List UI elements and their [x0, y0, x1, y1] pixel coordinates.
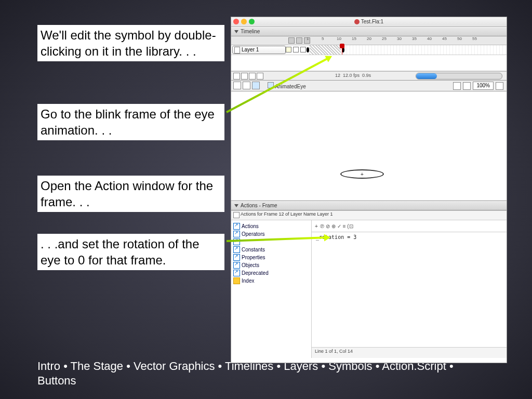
category-icon: [233, 246, 240, 253]
delete-layer-icon[interactable]: [257, 73, 263, 79]
tree-item: Constants: [232, 246, 310, 254]
category-icon: [233, 254, 240, 261]
actions-panel-header[interactable]: Actions - Frame: [231, 201, 507, 210]
tree-item: Operators: [232, 230, 310, 238]
window-titlebar: Test.Fla:1: [231, 17, 507, 27]
eye-column-icon[interactable]: [288, 37, 295, 44]
category-icon: [233, 223, 240, 230]
instruction-para-1: We'll edit the symbol by double-clicking…: [37, 25, 224, 61]
timeline-status-bar: 12 12.0 fps 0.9s: [231, 71, 507, 81]
actions-panel-title: Actions - Frame: [241, 202, 277, 210]
zoom-icon[interactable]: [249, 19, 255, 24]
disclosure-triangle-icon[interactable]: [234, 204, 238, 207]
edit-scene-icon[interactable]: [453, 82, 461, 90]
actions-script-pane[interactable]: + ℗ ⊘ ⊕ ✓ ≡ (⊡ _rotation = 3 Line 1 of 1…: [312, 220, 507, 358]
document-icon: [354, 19, 360, 24]
zoom-field[interactable]: 100%: [473, 82, 494, 90]
lock-column-icon[interactable]: [296, 37, 302, 44]
traffic-lights[interactable]: [233, 19, 255, 24]
visibility-dot-icon[interactable]: [293, 47, 299, 52]
disclosure-triangle-icon[interactable]: [234, 30, 238, 33]
edit-symbol-icon[interactable]: [463, 82, 471, 90]
instruction-para-2: Go to the blink frame of the eye animati…: [37, 104, 224, 140]
script-status: Line 1 of 1, Col 14: [312, 347, 507, 358]
slide: We'll edit the symbol by double-clicking…: [0, 0, 532, 399]
category-icon: [233, 231, 240, 237]
timeline-toolbar: 1510152025303540455055: [231, 36, 507, 45]
flash-screenshot: Test.Fla:1 Timeline 15101520253035404550…: [231, 17, 507, 363]
window-title-text: Test.Fla:1: [361, 19, 383, 24]
tree-item: Actions: [232, 222, 310, 230]
layer-name-tab[interactable]: Layer 1: [232, 46, 286, 54]
playhead[interactable]: [342, 45, 342, 55]
add-folder-icon[interactable]: [249, 73, 256, 79]
script-text[interactable]: _rotation = 3: [312, 232, 507, 242]
actions-panel: Actions - Frame Actions for Frame 12 of …: [231, 201, 507, 358]
timeline-scrollbar[interactable]: [416, 73, 502, 79]
tree-item: Deprecated: [232, 269, 310, 277]
back-icon[interactable]: [233, 82, 241, 89]
layer-name: Layer 1: [242, 46, 259, 54]
tree-item: Index: [232, 277, 310, 285]
zoom-menu-icon[interactable]: [496, 82, 503, 90]
timeline-status-readout: 12 12.0 fps 0.9s: [335, 73, 371, 78]
timeline-panel-header[interactable]: Timeline: [231, 27, 507, 36]
layer-icon: [234, 47, 240, 54]
index-icon: [233, 277, 240, 284]
category-icon: [233, 270, 240, 276]
timeline-empty-rows: [231, 55, 507, 71]
scene-icon[interactable]: [243, 82, 250, 89]
symbol-path-icon[interactable]: [252, 82, 260, 89]
stage[interactable]: [231, 91, 507, 201]
instruction-para-3: Open the Action window for the frame. . …: [37, 176, 224, 212]
breadcrumb-footer: Intro • The Stage • Vector Graphics • Ti…: [37, 359, 495, 389]
category-icon: [233, 262, 240, 269]
close-icon[interactable]: [233, 19, 239, 24]
lock-dot-icon[interactable]: [300, 47, 306, 52]
eye-symbol-instance[interactable]: [340, 169, 384, 179]
tree-item: Properties: [232, 254, 310, 261]
minimize-icon[interactable]: [241, 19, 247, 24]
add-layer-icon[interactable]: [233, 73, 240, 79]
timeline-label: Timeline: [241, 28, 260, 36]
instruction-para-4: . . .and set the rotation of the eye to …: [37, 234, 224, 270]
timeline-layer-row[interactable]: Layer 1: [231, 45, 507, 55]
script-toolbar[interactable]: + ℗ ⊘ ⊕ ✓ ≡ (⊡: [312, 220, 507, 232]
actions-subtitle[interactable]: Actions for Frame 12 of Layer Name Layer…: [231, 210, 507, 220]
tree-item: Objects: [232, 261, 310, 269]
frame-ruler: 1510152025303540455055: [307, 36, 487, 41]
tween-span[interactable]: [310, 45, 341, 55]
add-guide-icon[interactable]: [241, 73, 248, 79]
keyframe-1[interactable]: [307, 47, 309, 52]
frames-track[interactable]: [307, 45, 507, 55]
pencil-icon[interactable]: [286, 47, 291, 52]
